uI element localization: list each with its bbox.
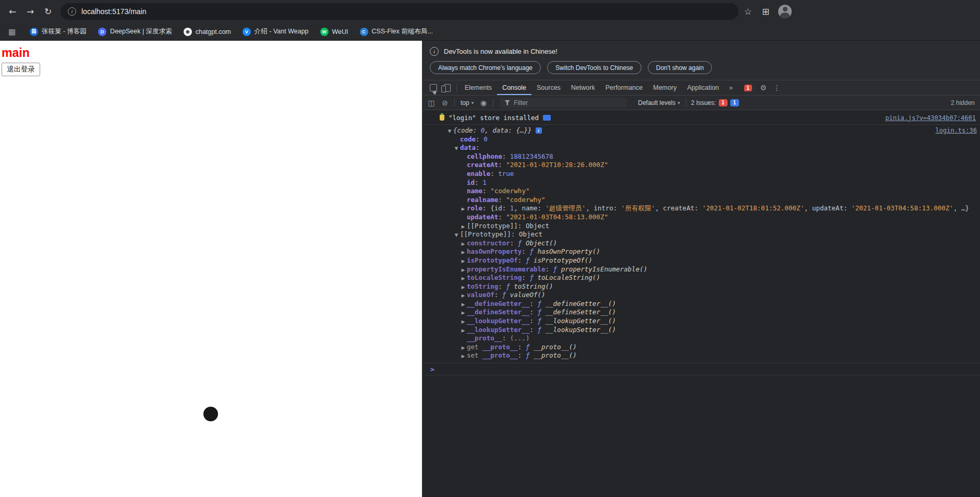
devtools-tab-memory[interactable]: Memory (648, 80, 682, 95)
logout-button[interactable]: 退出登录 (2, 63, 40, 76)
expand-arrow-icon[interactable]: ▶ (460, 309, 466, 317)
console-tree-row[interactable]: ▶toString: ƒ toString() (422, 282, 980, 291)
devtools-tab-console[interactable]: Console (497, 80, 531, 95)
infobar-button-don-t-show-again[interactable]: Don't show again (648, 61, 712, 74)
collapse-arrow-icon[interactable]: ▼ (453, 144, 459, 152)
issues-label[interactable]: 2 Issues: (691, 99, 716, 106)
floating-widget-button[interactable] (203, 407, 218, 421)
console-tree-row[interactable]: ▶get __proto__: ƒ __proto__() (422, 343, 980, 352)
console-prompt[interactable]: > (422, 363, 980, 375)
console-tree-row[interactable]: createAt: "2021-01-02T10:28:26.000Z" (422, 161, 980, 170)
property-key: toLocaleString (467, 274, 522, 281)
console-tree-row[interactable]: ▶set __proto__: ƒ __proto__() (422, 351, 980, 360)
prompt-chevron-icon: > (430, 365, 434, 373)
devtools-tab-elements[interactable]: Elements (459, 80, 497, 95)
reload-icon[interactable]: ↻ (40, 3, 56, 20)
devtools-tab-application[interactable]: Application (682, 80, 724, 95)
console-sidebar-icon[interactable]: ◫ (425, 96, 438, 110)
profile-avatar[interactable] (778, 5, 792, 18)
bookmark-item[interactable]: CCSS-Flex 前端布局... (355, 25, 438, 38)
bookmark-item[interactable]: DDeepSeek | 深度求索 (93, 25, 177, 38)
forward-icon[interactable]: → (22, 3, 39, 20)
console-tree-row[interactable]: ▼[[Prototype]]: Object (422, 230, 980, 239)
more-tabs-icon[interactable]: » (724, 81, 738, 94)
issues-info-badge[interactable]: 1 (730, 99, 739, 106)
console-tree-row[interactable]: ▶isPrototypeOf: ƒ isPrototypeOf() (422, 256, 980, 265)
console-tree-row[interactable]: ▶toLocaleString: ƒ toLocaleString() (422, 274, 980, 282)
devtools-tab-network[interactable]: Network (566, 80, 600, 95)
console-tree-row[interactable]: realname: "coderwhy" (422, 196, 980, 205)
devtools-tab-performance[interactable]: Performance (600, 80, 648, 95)
expand-arrow-icon[interactable]: ▶ (460, 257, 466, 265)
address-bar[interactable]: i localhost:5173/main (61, 3, 739, 20)
console-tree-row[interactable]: ▼data: (422, 144, 980, 152)
console-tree-row[interactable]: updateAt: "2021-01-03T04:58:13.000Z" (422, 213, 980, 222)
expand-arrow-icon[interactable]: ▶ (460, 248, 466, 256)
expand-arrow-icon[interactable]: ▶ (460, 344, 466, 352)
console-tree-row[interactable]: ▶hasOwnProperty: ƒ hasOwnProperty() (422, 247, 980, 256)
bookmark-star-icon[interactable]: ☆ (740, 3, 756, 20)
console-tree-row[interactable]: ▶__lookupGetter__: ƒ __lookupGetter__() (422, 317, 980, 326)
console-message-object[interactable]: ▼{code: 0, data: {…}}ilogin.ts:36code: 0… (422, 125, 980, 363)
expand-arrow-icon[interactable]: ▶ (460, 266, 466, 274)
console-tree-row[interactable]: ▶__defineSetter__: ƒ __defineSetter__() (422, 308, 980, 317)
collapse-arrow-icon[interactable]: ▼ (446, 127, 453, 135)
bookmark-item[interactable]: V介绍 - Vant Weapp (238, 25, 313, 38)
console-tree-row[interactable]: ▶propertyIsEnumerable: ƒ propertyIsEnume… (422, 265, 980, 274)
expand-arrow-icon[interactable]: ▶ (460, 317, 466, 326)
property-key: [[Prototype]] (460, 230, 511, 238)
infobar-button-switch-devtools-to-chinese[interactable]: Switch DevTools to Chinese (547, 61, 642, 74)
kebab-menu-icon[interactable]: ⋮ (770, 81, 784, 94)
filter-input[interactable]: Filter (500, 98, 626, 108)
clear-console-icon[interactable]: ⊘ (438, 96, 452, 110)
console-tree-row[interactable]: ▶__defineGetter__: ƒ __defineGetter__() (422, 300, 980, 309)
console-tree-row[interactable]: ▶constructor: ƒ Object() (422, 239, 980, 248)
expand-arrow-icon[interactable]: ▶ (460, 291, 466, 300)
extensions-puzzle-icon[interactable]: ⊞ (757, 3, 774, 20)
log-levels-dropdown[interactable]: Default levels ▾ (635, 99, 683, 106)
expand-arrow-icon[interactable]: ▶ (460, 326, 466, 335)
issues-error-badge[interactable]: 1 (719, 99, 728, 106)
site-info-icon[interactable]: i (68, 7, 76, 16)
infobar-button-always-match-chrome-s-language[interactable]: Always match Chrome's language (430, 61, 541, 74)
expand-arrow-icon[interactable]: ▶ (460, 352, 466, 360)
expand-arrow-icon[interactable]: ▶ (460, 283, 466, 291)
console-tree-row[interactable]: ▶valueOf: ƒ valueOf() (422, 291, 980, 300)
expand-arrow-icon[interactable]: ▶ (460, 240, 466, 248)
console-tree-row[interactable]: cellphone: 18812345678 (422, 152, 980, 161)
device-toolbar-icon[interactable] (440, 81, 454, 94)
console-log-row[interactable]: ▼{code: 0, data: {…}}ilogin.ts:36 (422, 126, 980, 135)
console-tree-row[interactable]: enable: true (422, 170, 980, 179)
expand-arrow-icon[interactable]: ▶ (460, 205, 466, 213)
console-tree-row[interactable]: __proto__: (...) (422, 334, 980, 343)
inspect-element-icon[interactable] (427, 81, 440, 94)
apps-grid-icon[interactable]: ▦ (5, 25, 19, 39)
property-key: propertyIsEnumerable (467, 265, 546, 273)
expand-arrow-icon[interactable]: ▶ (460, 300, 466, 309)
console-tree-row[interactable]: ▶role: {id: 1, name: '超级管理员', intro: '所有… (422, 204, 980, 213)
error-count-badge[interactable]: 1 (744, 85, 752, 91)
hidden-messages-label[interactable]: 2 hidden (951, 99, 975, 106)
bookmark-item[interactable]: ⊛chatgpt.com (179, 26, 236, 38)
browser-toolbar: ← → ↻ i localhost:5173/main ☆ ⊞ (0, 0, 980, 23)
context-selector[interactable]: top ▾ (457, 99, 477, 106)
console-tree-row[interactable]: name: "coderwhy" (422, 187, 980, 196)
console-tree-row[interactable]: ▶[[Prototype]]: Object (422, 222, 980, 231)
settings-gear-icon[interactable]: ⚙ (757, 81, 770, 94)
console-tree-row[interactable]: code: 0 (422, 135, 980, 144)
devtools-tab-sources[interactable]: Sources (531, 80, 566, 95)
live-expression-eye-icon[interactable]: ◉ (477, 96, 490, 110)
console-tree-row[interactable]: ▶__lookupSetter__: ƒ __lookupSetter__() (422, 326, 980, 335)
expand-arrow-icon[interactable]: ▶ (460, 274, 466, 282)
console-message-pinia[interactable]: "login" store installed pinia.js?v=43034… (422, 111, 980, 125)
console-source-link[interactable]: login.ts:36 (936, 126, 977, 135)
console-source-link[interactable]: pinia.js?v=43034b07:4601 (886, 114, 976, 122)
expand-arrow-icon[interactable]: ▶ (460, 222, 466, 231)
property-value: "coderwhy" (490, 187, 529, 195)
bookmark-item[interactable]: WWeUI (316, 26, 353, 38)
bookmark-item[interactable]: 园张筱菓 - 博客园 (25, 25, 91, 38)
back-icon[interactable]: ← (4, 3, 21, 20)
collapse-arrow-icon[interactable]: ▼ (453, 231, 459, 239)
info-badge-icon: i (536, 127, 542, 134)
console-tree-row[interactable]: id: 1 (422, 179, 980, 187)
